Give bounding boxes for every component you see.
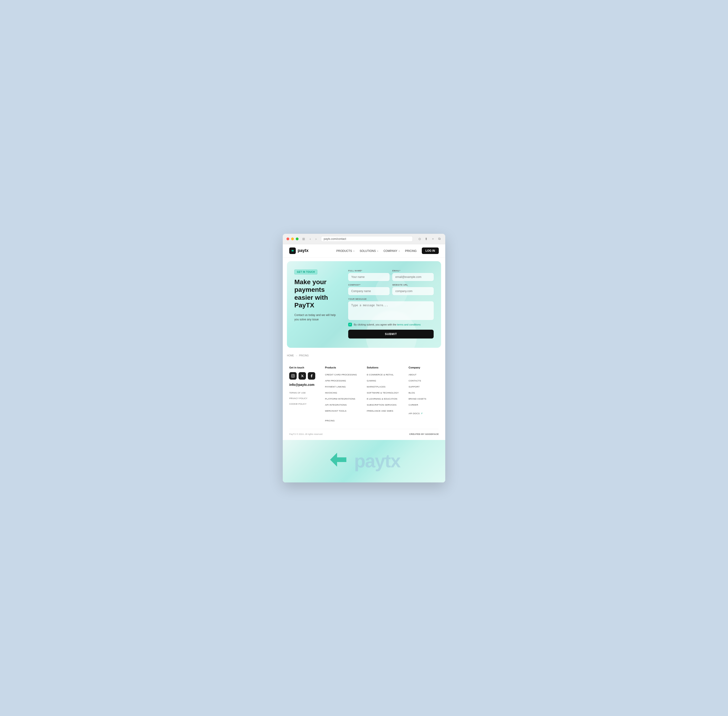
big-logo-arrow-icon xyxy=(328,449,349,473)
message-textarea[interactable] xyxy=(348,301,434,320)
minimize-dot[interactable] xyxy=(291,238,294,240)
footer: Get in touch xyxy=(283,360,445,440)
twitter-icon-button[interactable] xyxy=(299,372,306,379)
logo-icon xyxy=(289,247,296,254)
big-logo-text: paytx xyxy=(354,452,400,470)
footer-legal-links: TERMS OF USE PRIVACY POLICY COOKIE POLIC… xyxy=(289,390,319,406)
breadcrumb-home[interactable]: HOME xyxy=(287,354,294,357)
nav-item-solutions[interactable]: SOLUTIONS + xyxy=(359,249,378,253)
nav-item-login[interactable]: LOG IN xyxy=(422,247,439,254)
twitter-icon xyxy=(300,374,304,378)
checkbox-label: By clicking submit, you agree with the t… xyxy=(354,323,421,326)
nav-link-products[interactable]: PRODUCTS + xyxy=(337,249,355,253)
list-item[interactable]: BRAND ASSETS xyxy=(409,396,439,400)
nav-link-pricing[interactable]: PRICING xyxy=(405,249,417,253)
svg-point-4 xyxy=(294,375,294,375)
footer-col-products: Products CREDIT CARD PROCESSING APM PROC… xyxy=(325,366,361,422)
breadcrumb: HOME → PRICING xyxy=(283,352,445,360)
list-item[interactable]: SUPPORT xyxy=(409,384,439,388)
back-button[interactable]: ‹ xyxy=(309,237,312,241)
list-item[interactable]: E-LEARNING & EDUCATION xyxy=(367,396,403,400)
list-item[interactable]: MARKETPLACES xyxy=(367,384,403,388)
list-item[interactable]: GAMING xyxy=(367,378,403,382)
nav-link-solutions[interactable]: SOLUTIONS + xyxy=(359,249,378,253)
hero-title: Make your payments easier with PayTX xyxy=(294,278,341,309)
navbar: paytx PRODUCTS + SOLUTIONS + COMPANY + P… xyxy=(283,244,445,258)
form-group-message: YOUR MESSAGE xyxy=(348,298,434,320)
nav-item-company[interactable]: COMPANY + xyxy=(384,249,400,253)
list-item[interactable]: BLOG xyxy=(409,390,439,394)
facebook-icon-button[interactable] xyxy=(308,372,315,379)
creator-name: GOODFACE xyxy=(425,433,439,435)
terms-of-use-link[interactable]: TERMS OF USE xyxy=(289,390,319,394)
list-item[interactable]: SUBSCRIPTION SERVICES xyxy=(367,402,403,407)
list-item[interactable]: PAYMENT LINKING xyxy=(325,384,361,388)
products-plus: + xyxy=(353,250,355,252)
nav-item-pricing[interactable]: PRICING xyxy=(405,249,417,253)
list-item[interactable]: MERCHANT TOOLS xyxy=(325,408,361,413)
footer-products-title: Products xyxy=(325,366,361,369)
form-group-email: EMAIL* xyxy=(392,270,434,281)
tabs-button[interactable]: ⧉ xyxy=(437,236,441,241)
list-item[interactable]: INVOICING xyxy=(325,390,361,394)
reader-button[interactable]: ⊙ xyxy=(417,236,422,241)
list-item[interactable]: CREDIT CARD PROCESSING xyxy=(325,372,361,376)
instagram-icon xyxy=(291,374,295,378)
form-row-company-website: COMPANY* WEBSITE URL xyxy=(348,284,434,295)
logo-text: paytx xyxy=(297,248,308,253)
footer-contact-title: Get in touch xyxy=(289,366,319,369)
list-item[interactable]: SOFTWARE & TECHNOLOGY xyxy=(367,390,403,394)
list-item[interactable]: CONTACTS xyxy=(409,378,439,382)
list-item[interactable]: PLATFORM INTEGRATIONS xyxy=(325,396,361,400)
list-item[interactable]: ABOUT xyxy=(409,372,439,376)
footer-email[interactable]: info@paytx.com xyxy=(289,383,319,387)
checkbox-row: By clicking submit, you agree with the t… xyxy=(348,323,434,326)
list-item[interactable]: CAREER xyxy=(409,402,439,407)
nav-links: PRODUCTS + SOLUTIONS + COMPANY + PRICING… xyxy=(337,247,439,254)
list-item[interactable]: E-COMMERCE & RETAIL xyxy=(367,372,403,376)
api-docs-link[interactable]: API DOCS ↗ xyxy=(409,412,439,415)
login-button[interactable]: LOG IN xyxy=(422,247,439,254)
form-row-name-email: FULL NAME* EMAIL* xyxy=(348,270,434,281)
site-content: paytx PRODUCTS + SOLUTIONS + COMPANY + P… xyxy=(283,244,445,482)
cookie-policy-link[interactable]: COOKIE POLICY xyxy=(289,401,319,406)
social-icons xyxy=(289,372,319,379)
list-item[interactable]: FREELANCE AND SMES xyxy=(367,408,403,413)
privacy-policy-link[interactable]: PRIVACY POLICY xyxy=(289,396,319,400)
list-item-pricing[interactable]: PRICING xyxy=(325,418,361,422)
svg-point-1 xyxy=(292,250,294,252)
footer-company-title: Company xyxy=(409,366,439,369)
list-item[interactable]: APM PROCESSING xyxy=(325,378,361,382)
external-link-icon: ↗ xyxy=(421,412,423,415)
email-input[interactable] xyxy=(392,273,434,281)
footer-company-links: ABOUT CONTACTS SUPPORT BLOG BRAND ASSETS… xyxy=(409,372,439,415)
hero-left: GET IN TOUCH Make your payments easier w… xyxy=(294,270,341,338)
nav-link-company[interactable]: COMPANY + xyxy=(384,249,400,253)
list-item[interactable]: API INTEGRATIONS xyxy=(325,402,361,407)
footer-credit: Created by GOODFACE xyxy=(409,433,439,435)
maximize-dot[interactable] xyxy=(296,238,299,240)
footer-solutions-links: E-COMMERCE & RETAIL GAMING MARKETPLACES … xyxy=(367,372,403,413)
form-group-website: WEBSITE URL xyxy=(392,284,434,295)
address-bar[interactable] xyxy=(321,236,413,242)
logo[interactable]: paytx xyxy=(289,247,308,254)
form-group-company: COMPANY* xyxy=(348,284,390,295)
solutions-plus: + xyxy=(377,250,378,252)
get-in-touch-badge: GET IN TOUCH xyxy=(294,270,317,275)
submit-button[interactable]: SUBMIT xyxy=(348,330,434,338)
instagram-icon-button[interactable] xyxy=(289,372,297,379)
close-dot[interactable] xyxy=(287,238,289,240)
company-input[interactable] xyxy=(348,287,390,295)
full-name-input[interactable] xyxy=(348,273,390,281)
share-button[interactable]: ⬆ xyxy=(424,236,429,241)
contact-form: FULL NAME* EMAIL* COMPANY* xyxy=(348,270,434,338)
list-item-spacer xyxy=(409,408,439,410)
terms-checkbox[interactable] xyxy=(348,323,352,326)
new-tab-button[interactable]: ＋ xyxy=(431,236,435,241)
big-logo-section: paytx xyxy=(283,440,445,482)
nav-item-products[interactable]: PRODUCTS + xyxy=(337,249,355,253)
website-input[interactable] xyxy=(392,287,434,295)
terms-link[interactable]: terms and conditions xyxy=(397,323,421,326)
sidebar-toggle-button[interactable]: ⊞ xyxy=(301,237,306,241)
forward-button[interactable]: › xyxy=(315,237,318,241)
